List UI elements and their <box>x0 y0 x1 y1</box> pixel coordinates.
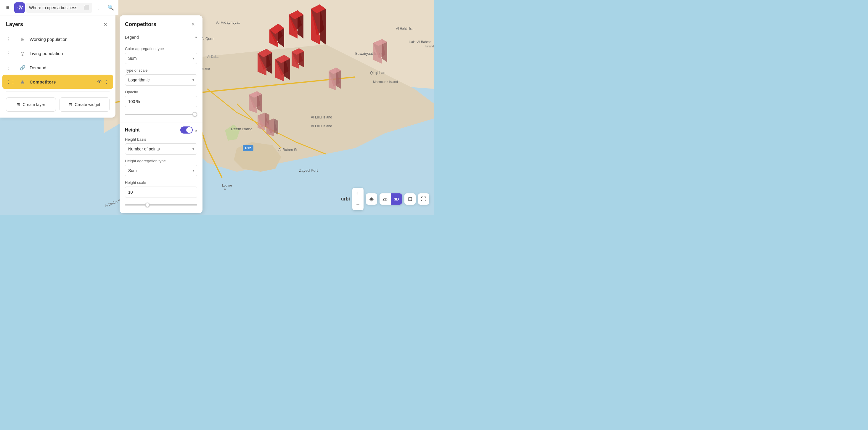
svg-text:Island: Island <box>426 44 434 48</box>
mode-2d-label: 2D <box>382 197 388 202</box>
height-chevron-icon[interactable]: ▴ <box>195 128 197 132</box>
svg-text:Al Halah Is...: Al Halah Is... <box>396 27 414 30</box>
zoom-in-button[interactable]: + <box>352 188 364 199</box>
height-scale-value-display: 10 <box>125 187 197 198</box>
height-scale-label: Height scale <box>125 180 197 185</box>
zoom-out-icon: − <box>356 202 360 208</box>
layers-close-button[interactable]: × <box>101 20 110 28</box>
svg-text:Al Lulu Island: Al Lulu Island <box>311 115 332 119</box>
layer-item-demand[interactable]: ⋮⋮ 🔗 Demand <box>0 60 116 74</box>
height-scale-slider[interactable] <box>125 204 197 206</box>
fullscreen-button[interactable]: ⛶ <box>418 193 429 205</box>
layer-name: Demand <box>30 65 110 70</box>
color-aggregation-select-wrapper: Sum Count Average Min Max ▾ <box>125 53 197 64</box>
color-aggregation-label: Color aggregation type <box>125 47 197 51</box>
mode-3d-label: 3D <box>394 197 399 202</box>
title-bar[interactable]: Where to open a business ⬜ <box>26 3 92 13</box>
opacity-section: Opacity 100 % <box>120 90 203 123</box>
height-aggregation-section: Height aggregation type Sum Count Averag… <box>120 159 203 180</box>
eye-icon: 👁 <box>97 79 102 84</box>
drag-handle-icon: ⋮⋮ <box>6 51 16 56</box>
height-scale-slider-container <box>125 200 197 209</box>
svg-text:Qirqishan: Qirqishan <box>370 71 385 75</box>
svg-text:Halat Al Bahrani: Halat Al Bahrani <box>409 40 432 43</box>
layer-icon-living-population: ◎ <box>18 49 27 57</box>
close-icon: × <box>104 21 107 28</box>
create-widget-icon: ⊟ <box>69 102 72 107</box>
layer-more-button[interactable]: ⋮ <box>104 79 110 85</box>
compass-button[interactable]: ◈ <box>366 193 377 205</box>
layer-name: Working population <box>30 37 110 42</box>
close-icon: × <box>191 21 195 28</box>
more-button[interactable]: ⋮ <box>94 2 104 13</box>
layer-name: Competitors <box>30 80 94 84</box>
app-logo: 𝒰 <box>17 4 22 11</box>
height-basis-section: Height basis Number of points Custom fie… <box>120 137 203 159</box>
opacity-slider-container <box>125 110 197 119</box>
svg-text:Al Hidayriyyat: Al Hidayriyyat <box>216 20 240 25</box>
type-of-scale-section: Type of scale Logarithmic Linear Quantil… <box>120 68 203 90</box>
height-title: Height <box>125 127 140 133</box>
svg-text:Reem Island: Reem Island <box>231 127 252 131</box>
search-icon: 🔍 <box>107 4 114 11</box>
drag-handle-icon: ⋮⋮ <box>6 36 16 42</box>
competitors-header: Competitors × <box>120 16 203 32</box>
height-aggregation-select[interactable]: Sum Count Average <box>125 165 197 176</box>
opacity-value-display: 100 % <box>125 96 197 107</box>
present-icon: ⬜ <box>84 5 89 10</box>
menu-icon: ≡ <box>6 4 9 11</box>
svg-marker-64 <box>274 119 278 135</box>
layers-icon: ⊟ <box>408 196 412 202</box>
drag-handle-icon: ⋮⋮ <box>6 65 16 70</box>
height-scale-section: Height scale 10 <box>120 180 203 213</box>
toolbar: ≡ 𝒰 Where to open a business ⬜ ⋮ 🔍 <box>0 0 118 16</box>
type-of-scale-select[interactable]: Logarithmic Linear Quantile <box>125 74 197 86</box>
create-layer-label: Create layer <box>23 102 45 107</box>
create-buttons-row: ⊞ Create layer ⊟ Create widget <box>0 94 116 112</box>
view-mode-controls: 2D 3D <box>379 193 402 205</box>
layers-header: Layers × <box>0 16 116 32</box>
map-controls: urbi + − ◈ 2D 3D ⊟ <box>341 188 429 210</box>
height-basis-select[interactable]: Number of points Custom field <box>125 143 197 155</box>
opacity-slider[interactable] <box>125 114 197 115</box>
toggle-thumb <box>186 127 192 133</box>
legend-chevron-icon: ▾ <box>195 35 197 40</box>
svg-text:Al Lulu Island: Al Lulu Island <box>311 124 332 128</box>
svg-text:Al Rutam St: Al Rutam St <box>278 148 298 152</box>
zoom-out-button[interactable]: − <box>352 199 364 210</box>
more-icon: ⋮ <box>104 80 109 84</box>
visibility-toggle-button[interactable]: 👁 <box>96 79 102 85</box>
drag-handle-icon: ⋮⋮ <box>6 79 16 85</box>
project-title: Where to open a business <box>29 5 82 10</box>
create-layer-icon: ⊞ <box>17 102 20 107</box>
opacity-label: Opacity <box>125 90 197 94</box>
app-icon[interactable]: 𝒰 <box>14 2 25 13</box>
color-aggregation-select[interactable]: Sum Count Average Min Max <box>125 53 197 64</box>
height-basis-label: Height basis <box>125 137 197 142</box>
height-toggle[interactable] <box>180 126 193 133</box>
layer-item-living-population[interactable]: ⋮⋮ ◎ Living population <box>0 46 116 60</box>
create-widget-button[interactable]: ⊟ Create widget <box>60 97 110 112</box>
legend-row[interactable]: Legend ▾ <box>120 32 203 43</box>
create-layer-button[interactable]: ⊞ Create layer <box>6 97 56 112</box>
height-header: Height ▴ <box>120 123 203 137</box>
competitors-panel: Competitors × Legend ▾ Color aggregation… <box>120 16 203 213</box>
svg-text:E12: E12 <box>245 146 251 150</box>
search-button[interactable]: 🔍 <box>105 2 116 13</box>
layer-name: Living population <box>30 51 110 56</box>
layer-item-competitors[interactable]: ⋮⋮ ◉ Competitors 👁 ⋮ <box>2 74 113 89</box>
layers-toggle-button[interactable]: ⊟ <box>404 193 416 205</box>
layers-panel: Layers × ⋮⋮ ⊞ Working population ⋮⋮ ◎ Li… <box>0 16 116 118</box>
height-aggregation-select-wrapper: Sum Count Average ▾ <box>125 165 197 176</box>
menu-button[interactable]: ≡ <box>2 2 13 13</box>
competitors-close-button[interactable]: × <box>189 20 197 28</box>
layer-icon-demand: 🔗 <box>18 63 27 72</box>
mode-3d-button[interactable]: 3D <box>391 193 402 205</box>
fullscreen-icon: ⛶ <box>421 196 426 202</box>
layer-item-working-population[interactable]: ⋮⋮ ⊞ Working population <box>0 32 116 46</box>
create-widget-label: Create widget <box>74 102 100 107</box>
color-aggregation-section: Color aggregation type Sum Count Average… <box>120 43 203 68</box>
mode-2d-button[interactable]: 2D <box>379 193 391 205</box>
svg-text:Zayed Port: Zayed Port <box>299 168 318 173</box>
more-icon: ⋮ <box>96 4 101 11</box>
